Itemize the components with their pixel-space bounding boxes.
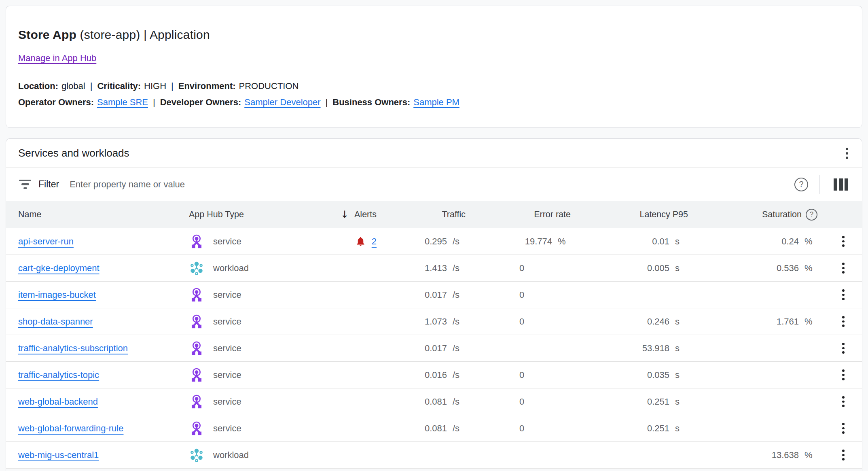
filter-button[interactable]: Filter — [19, 179, 59, 190]
row-menu-button[interactable] — [838, 446, 849, 465]
type-label: service — [213, 290, 241, 300]
latency-cell: 0.246s — [578, 316, 695, 327]
table-row: traffic-analytics-subscription service 0… — [6, 335, 862, 361]
traffic-cell: 1.413/s — [387, 263, 473, 274]
separator: | — [171, 81, 174, 91]
table-row: item-images-bucket service 0.017/s 0 — [6, 281, 862, 308]
column-header-saturation[interactable]: Saturation ? — [695, 209, 825, 221]
latency-cell: 0.251s — [578, 397, 695, 407]
service-icon — [189, 341, 204, 356]
table-row: web-global-forwarding-rule service 0.081… — [6, 415, 862, 441]
row-menu-button[interactable] — [838, 419, 849, 438]
app-title-suffix: (store-app) | Application — [76, 28, 210, 41]
kebab-dot — [846, 157, 848, 159]
service-icon — [189, 314, 204, 329]
type-label: service — [213, 423, 241, 434]
saturation-header-label: Saturation — [762, 210, 802, 220]
kebab-dot — [846, 148, 848, 150]
workload-icon — [189, 261, 204, 276]
separator: | — [153, 97, 155, 107]
services-workloads-card: Services and workloads Filter ? Name App… — [6, 138, 862, 471]
row-menu-button[interactable] — [838, 285, 849, 304]
service-name-link[interactable]: web-global-backend — [18, 397, 98, 407]
service-name-link[interactable]: item-images-bucket — [18, 290, 96, 300]
location-label: Location: — [18, 81, 58, 91]
service-name-link[interactable]: cart-gke-deployment — [18, 263, 100, 273]
saturation-cell: 13.638% — [695, 450, 825, 460]
card-menu-button[interactable] — [842, 144, 852, 163]
service-name-link[interactable]: traffic-analytics-subscription — [18, 343, 128, 353]
latency-cell: 0.251s — [578, 423, 695, 434]
service-icon — [189, 287, 204, 303]
operator-owner-link[interactable]: Sample SRE — [97, 97, 148, 107]
column-header-name[interactable]: Name — [6, 210, 176, 220]
error-rate-cell: 0 — [473, 316, 578, 327]
service-name-link[interactable]: traffic-analytics-topic — [18, 370, 99, 380]
card-title: Services and workloads — [18, 147, 129, 159]
latency-cell: 0.005s — [578, 263, 695, 274]
column-display-options-button[interactable] — [831, 176, 851, 193]
saturation-cell: 0.536% — [695, 263, 825, 274]
separator: | — [90, 81, 93, 91]
service-icon — [189, 394, 204, 409]
row-menu-button[interactable] — [838, 365, 849, 384]
saturation-cell: 1.761% — [695, 316, 825, 327]
traffic-cell: 0.017/s — [387, 290, 473, 300]
business-owner-link[interactable]: Sample PM — [413, 97, 459, 107]
filter-input[interactable] — [70, 179, 794, 190]
traffic-cell: 0.081/s — [387, 397, 473, 407]
error-rate-cell: 0 — [473, 397, 578, 407]
row-menu-button[interactable] — [838, 259, 849, 278]
manage-in-app-hub-link[interactable]: Manage in App Hub — [18, 53, 96, 63]
service-name-link[interactable]: web-mig-us-central1 — [18, 450, 99, 460]
kebab-dot — [846, 152, 848, 155]
criticality-value: HIGH — [144, 81, 166, 91]
app-info-card: Store App (store-app) | Application Mana… — [6, 6, 862, 128]
error-rate-cell: 19.774% — [473, 236, 578, 247]
alert-bell-icon — [355, 236, 366, 247]
type-label: service — [213, 370, 241, 380]
filter-label: Filter — [38, 179, 59, 190]
alerts-header-label: Alerts — [354, 210, 377, 220]
traffic-cell: 1.073/s — [387, 316, 473, 327]
column-header-traffic[interactable]: Traffic — [387, 210, 473, 220]
service-icon — [189, 421, 204, 436]
column-header-app-hub-type[interactable]: App Hub Type — [176, 210, 306, 220]
traffic-cell: 0.017/s — [387, 343, 473, 354]
toolbar-divider — [819, 175, 820, 194]
environment-value: PRODUCTION — [239, 81, 299, 91]
table-row: api-server-run service 2 0.295/s 19.774%… — [6, 228, 862, 255]
row-menu-button[interactable] — [838, 312, 849, 331]
table-header-row: Name App Hub Type ↓ Alerts Traffic Error… — [6, 201, 862, 228]
help-icon[interactable]: ? — [794, 178, 808, 191]
column-header-alerts[interactable]: ↓ Alerts — [306, 209, 387, 220]
type-label: service — [213, 343, 241, 354]
table-row: shop-data-spanner service 1.073/s 0 0.24… — [6, 308, 862, 335]
operator-owners-label: Operator Owners: — [18, 97, 94, 107]
workload-icon — [189, 448, 204, 463]
service-icon — [189, 234, 204, 249]
service-name-link[interactable]: api-server-run — [18, 236, 74, 246]
table-footer — [6, 468, 862, 471]
type-label: workload — [213, 263, 249, 274]
service-name-link[interactable]: shop-data-spanner — [18, 316, 93, 327]
separator: | — [326, 97, 328, 107]
column-header-latency-p95[interactable]: Latency P95 — [578, 210, 695, 220]
error-rate-cell: 0 — [473, 370, 578, 380]
page-title: Store App (store-app) | Application — [18, 28, 850, 42]
app-attributes-line: Location:global|Criticality:HIGH|Environ… — [18, 78, 850, 94]
column-header-error-rate[interactable]: Error rate — [473, 210, 578, 220]
alert-count-link[interactable]: 2 — [372, 236, 377, 247]
error-rate-cell: 0 — [473, 423, 578, 434]
row-menu-button[interactable] — [838, 339, 849, 358]
traffic-cell: 0.081/s — [387, 423, 473, 434]
row-menu-button[interactable] — [838, 392, 849, 411]
error-rate-cell: 0 — [473, 263, 578, 274]
latency-cell: 0.01s — [578, 236, 695, 247]
row-menu-button[interactable] — [838, 232, 849, 251]
developer-owner-link[interactable]: Sampler Developer — [244, 97, 320, 107]
type-label: service — [213, 397, 241, 407]
saturation-help-icon[interactable]: ? — [806, 209, 817, 221]
service-name-link[interactable]: web-global-forwarding-rule — [18, 423, 123, 433]
developer-owners-label: Developer Owners: — [160, 97, 241, 107]
